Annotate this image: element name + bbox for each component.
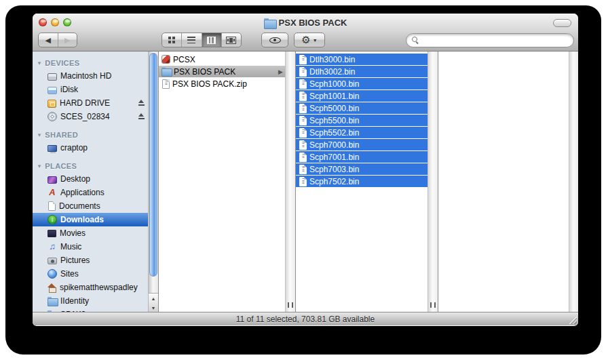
toolbar-toggle-button[interactable] xyxy=(553,19,571,27)
sidebar-item-desktop[interactable]: Desktop xyxy=(33,172,148,186)
disclosure-triangle-icon: ▼ xyxy=(37,132,42,138)
column-3-scrollbar-track[interactable] xyxy=(569,52,578,312)
bin-file-icon xyxy=(299,165,307,174)
pcsx-app-icon xyxy=(162,55,170,64)
column-3 xyxy=(438,52,569,312)
titlebar[interactable]: PSX BIOS PACK xyxy=(33,14,578,31)
sidebar-item-hard-drive[interactable]: HARD DRIVE xyxy=(33,96,148,110)
sidebar-item-documents[interactable]: Documents xyxy=(33,199,148,213)
file-row-psx-bios-pack-zip[interactable]: PSX BIOS PACK.zip xyxy=(159,78,285,89)
gear-icon: ⚙ xyxy=(301,35,310,45)
column-2-scrollbar-track[interactable] xyxy=(428,52,438,312)
sidebar-item-sces-02834[interactable]: SCES_02834 xyxy=(33,110,148,123)
file-row-dtlh3002-bin[interactable]: Dtlh3002.bin xyxy=(296,66,428,77)
disclosure-triangle-icon: ▼ xyxy=(37,60,42,66)
sidebar-item-sites[interactable]: Sites xyxy=(33,267,148,281)
column-view-button[interactable] xyxy=(202,33,221,47)
sidebar-item-movies[interactable]: Movies xyxy=(33,226,148,240)
sidebar-item-label: HARD DRIVE xyxy=(60,98,134,108)
list-view-button[interactable] xyxy=(181,33,201,47)
sidebar-item-music[interactable]: ♫Music xyxy=(33,240,148,254)
column-arrow-icon: ▶ xyxy=(278,68,283,75)
sidebar-section-header-shared[interactable]: ▼SHARED xyxy=(33,129,148,141)
file-row-scph1001-bin[interactable]: Scph1001.bin xyxy=(296,90,428,102)
optical-disc-icon xyxy=(48,112,57,121)
sidebar-item-label: Macintosh HD xyxy=(60,71,145,81)
sidebar-item-idisk[interactable]: iDisk xyxy=(33,83,148,96)
scroll-down-button[interactable]: ▼ xyxy=(149,303,158,312)
sidebar-scrollbar[interactable]: ▲ ▼ xyxy=(148,52,158,312)
forward-icon: ▶ xyxy=(64,37,70,44)
window-title-group: PSX BIOS PACK xyxy=(33,17,578,28)
icon-view-button[interactable] xyxy=(162,33,181,47)
disclosure-triangle-icon: ▼ xyxy=(37,163,42,169)
bin-file-icon xyxy=(299,79,307,89)
search-field[interactable] xyxy=(406,33,574,47)
file-row-dtlh3000-bin[interactable]: Dtlh3000.bin xyxy=(296,54,428,65)
sidebar-item-iidentity[interactable]: IIdentity xyxy=(33,294,148,308)
sidebar-item-pictures[interactable]: Pictures xyxy=(33,254,148,267)
sidebar-item-label: Sites xyxy=(60,269,145,279)
file-row-scph7001-bin[interactable]: Scph7001.bin xyxy=(296,151,428,163)
eye-icon xyxy=(269,37,281,43)
sidebar-item-label: Movies xyxy=(60,228,145,238)
sidebar-section-label: DEVICES xyxy=(45,59,79,67)
forward-button[interactable]: ▶ xyxy=(58,33,77,47)
eject-icon[interactable] xyxy=(138,113,145,120)
column-1-scrollbar-track[interactable] xyxy=(285,52,295,312)
file-row-psx-bios-pack[interactable]: PSX BIOS PACK▶ xyxy=(159,66,285,77)
sidebar-item-spikematthewspadley[interactable]: spikematthewspadley xyxy=(33,281,148,294)
file-name: Scph5502.bin xyxy=(309,128,425,138)
external-drive-icon xyxy=(48,100,56,108)
bin-file-icon xyxy=(299,140,307,150)
action-button[interactable]: ⚙ ▼ xyxy=(294,33,325,47)
column-1: PCSXPSX BIOS PACK▶PSX BIOS PACK.zip xyxy=(158,52,285,312)
quick-look-button[interactable] xyxy=(261,33,288,47)
scroll-up-button[interactable]: ▲ xyxy=(149,294,158,303)
sidebar-item-downloads[interactable]: ↓Downloads xyxy=(33,213,148,226)
sidebar-item-craptop[interactable]: craptop xyxy=(33,141,148,155)
sidebar-item-label: Music xyxy=(60,242,145,251)
file-name: Dtlh3002.bin xyxy=(309,67,425,77)
resize-grip[interactable] xyxy=(568,315,577,324)
folder-icon xyxy=(264,18,276,28)
column-resize-handle[interactable] xyxy=(430,302,436,308)
file-row-scph5000-bin[interactable]: Scph5000.bin xyxy=(296,102,428,114)
internal-drive-icon xyxy=(48,73,57,81)
folder-icon xyxy=(162,68,171,76)
desktop-icon xyxy=(48,176,57,184)
column-resize-handle[interactable] xyxy=(288,302,293,308)
status-text: 11 of 11 selected, 703.81 GB available xyxy=(236,315,375,324)
file-row-scph7003-bin[interactable]: Scph7003.bin xyxy=(296,163,428,175)
idisk-icon xyxy=(48,87,57,94)
music-icon: ♫ xyxy=(48,242,57,251)
sidebar-section-header-places[interactable]: ▼PLACES xyxy=(33,160,148,172)
window-title: PSX BIOS PACK xyxy=(279,18,347,28)
file-row-pcsx[interactable]: PCSX xyxy=(159,54,285,65)
file-row-scph1000-bin[interactable]: Scph1000.bin xyxy=(296,78,428,89)
file-row-scph5502-bin[interactable]: Scph5502.bin xyxy=(296,127,428,138)
sidebar-scrollbar-thumb[interactable] xyxy=(149,53,157,277)
sidebar-item-label: craptop xyxy=(60,143,145,153)
back-button[interactable]: ◀ xyxy=(39,33,58,47)
file-row-scph5500-bin[interactable]: Scph5500.bin xyxy=(296,115,428,126)
bin-file-icon xyxy=(299,128,307,138)
bin-file-icon xyxy=(299,55,307,64)
sidebar-item-macintosh-hd[interactable]: Macintosh HD xyxy=(33,69,148,83)
home-icon xyxy=(48,283,56,292)
file-name: PSX BIOS PACK xyxy=(174,67,276,77)
file-row-scph7502-bin[interactable]: Scph7502.bin xyxy=(296,176,428,187)
toolbar: ◀ ▶ ⚙ ▼ xyxy=(33,31,578,52)
sidebar-item-applications[interactable]: AApplications xyxy=(33,186,148,199)
cover-flow-button[interactable] xyxy=(221,33,241,47)
search-input[interactable] xyxy=(423,36,568,45)
sidebar-item-label: spikematthewspadley xyxy=(60,283,145,292)
sidebar-section-label: PLACES xyxy=(45,162,77,170)
eject-icon[interactable] xyxy=(138,100,145,106)
status-bar: 11 of 11 selected, 703.81 GB available xyxy=(33,312,578,325)
file-row-scph7000-bin[interactable]: Scph7000.bin xyxy=(296,139,428,150)
bin-file-icon xyxy=(299,67,307,77)
sidebar-section-header-devices[interactable]: ▼DEVICES xyxy=(33,57,148,69)
bin-file-icon xyxy=(299,116,307,125)
bin-file-icon xyxy=(299,153,307,162)
